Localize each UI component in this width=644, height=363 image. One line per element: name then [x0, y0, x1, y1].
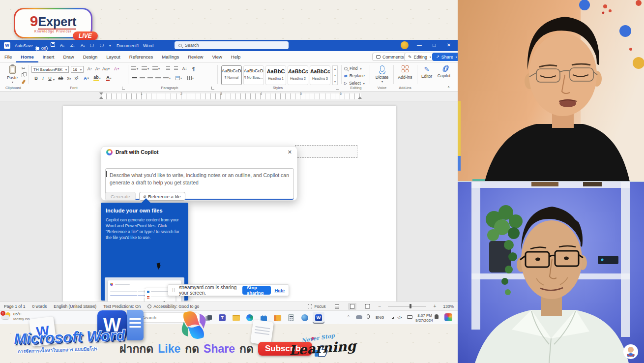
- superscript-button[interactable]: x²: [73, 75, 80, 81]
- decrease-indent-icon[interactable]: [164, 65, 172, 72]
- content-placeholder-box[interactable]: [295, 145, 357, 158]
- calculator-icon[interactable]: [285, 312, 297, 324]
- tab-references[interactable]: References: [125, 52, 158, 62]
- tab-help[interactable]: Help: [227, 52, 245, 62]
- minimize-button[interactable]: —: [414, 42, 425, 48]
- tab-design[interactable]: Design: [79, 52, 102, 62]
- comments-button[interactable]: Comments: [372, 53, 408, 61]
- bold-button[interactable]: B: [32, 75, 40, 81]
- zoom-in-button[interactable]: +: [433, 303, 436, 309]
- focus-button[interactable]: Focus: [308, 304, 325, 309]
- copy-icon[interactable]: [20, 72, 27, 78]
- pilcrow-icon[interactable]: ¶: [190, 65, 197, 72]
- editing-mode-button[interactable]: ✎ Editing▾: [404, 53, 435, 61]
- ruler[interactable]: 1 2 3 4 5 6: [0, 91, 458, 101]
- notification-bell-icon[interactable]: [435, 314, 439, 319]
- grow-font-icon[interactable]: A˄: [86, 65, 93, 72]
- font-size-select[interactable]: 16▾: [71, 66, 84, 73]
- style-normal[interactable]: AaBbCcDc ¶ Normal: [221, 65, 242, 85]
- align-center-icon[interactable]: [139, 75, 146, 81]
- indent-marker-first-line[interactable]: [99, 92, 103, 95]
- clock[interactable]: 8:07 PM 9/27/2024: [415, 313, 432, 323]
- office-files-icon[interactable]: [271, 312, 283, 324]
- tab-review[interactable]: Review: [183, 52, 207, 62]
- word-taskbar-icon[interactable]: W: [313, 312, 324, 324]
- subscript-button[interactable]: x₂: [65, 75, 73, 81]
- indent-marker-right[interactable]: [358, 96, 362, 99]
- shrink-font-icon[interactable]: A˅: [94, 65, 101, 72]
- tab-view[interactable]: View: [207, 52, 226, 62]
- read-mode-view-button[interactable]: [333, 303, 341, 310]
- sort-ascending-icon[interactable]: A↓: [60, 43, 65, 48]
- web-layout-view-button[interactable]: [363, 303, 372, 310]
- style-no-spacing[interactable]: AaBbCcDc ¶ No Spac...: [243, 65, 264, 85]
- paste-button[interactable]: Paste ▾: [5, 65, 20, 84]
- align-left-icon[interactable]: [131, 75, 138, 81]
- zoom-out-button[interactable]: −: [379, 303, 381, 309]
- autosave-toggle[interactable]: Off: [35, 46, 48, 51]
- font-name-select[interactable]: TH SarabunPSK▾: [31, 66, 69, 73]
- status-words[interactable]: 0 words: [32, 304, 47, 309]
- status-accessibility[interactable]: Accessibility: Good to go: [147, 304, 199, 309]
- generate-button[interactable]: Generate: [105, 192, 136, 201]
- tab-home[interactable]: Home: [16, 52, 38, 62]
- sort-paragraph-icon[interactable]: A↓: [181, 65, 188, 72]
- highlight-icon[interactable]: ab▾: [93, 75, 101, 81]
- style-heading1[interactable]: AaBbC Heading 1: [265, 65, 286, 85]
- dictate-button[interactable]: Dictate ▾: [374, 65, 390, 83]
- underline-dropdown[interactable]: ▾: [53, 78, 55, 81]
- close-button[interactable]: ✕: [443, 42, 454, 48]
- restore-button[interactable]: □: [429, 42, 439, 48]
- search-input[interactable]: Search: [175, 41, 289, 49]
- strikethrough-button[interactable]: ab: [57, 75, 64, 81]
- volume-muted-icon[interactable]: ◁×: [397, 315, 403, 320]
- addins-button[interactable]: Add-ins: [396, 65, 414, 80]
- borders-icon[interactable]: ▾: [187, 75, 194, 81]
- style-heading2[interactable]: AaBbCc Heading 2: [288, 65, 308, 85]
- numbering-icon[interactable]: ▾: [142, 65, 149, 72]
- editor-button[interactable]: ✎ Editor: [420, 65, 434, 79]
- hide-link[interactable]: Hide: [274, 288, 285, 293]
- shading-icon[interactable]: ▾: [175, 75, 182, 81]
- style-heading3[interactable]: AaBbCcl Heading 3: [310, 65, 330, 85]
- status-page[interactable]: Page 1 of 1: [4, 304, 25, 309]
- collapse-ribbon-icon[interactable]: ∧: [447, 85, 450, 89]
- paragraph-dialog-launcher[interactable]: [211, 87, 214, 90]
- tab-draw[interactable]: Draw: [59, 52, 78, 62]
- increase-indent-icon[interactable]: [172, 65, 179, 72]
- multilevel-list-icon[interactable]: ▾: [152, 65, 160, 72]
- underline-button[interactable]: U: [46, 75, 54, 81]
- show-example-button[interactable]: Show example: [137, 289, 172, 298]
- share-button[interactable]: ↗ Share▾: [432, 53, 461, 61]
- stop-sharing-button[interactable]: Stop sharing: [242, 286, 271, 295]
- tab-insert[interactable]: Insert: [38, 52, 59, 62]
- file-explorer-icon[interactable]: [230, 312, 242, 324]
- replace-button[interactable]: ⇄Replace: [344, 73, 365, 78]
- save-icon[interactable]: [51, 42, 55, 48]
- font-dialog-launcher[interactable]: [122, 87, 125, 90]
- zoom-level[interactable]: 130%: [443, 304, 454, 309]
- qat-more-icon[interactable]: ▾: [109, 44, 111, 48]
- styles-dialog-launcher[interactable]: [336, 87, 339, 90]
- format-painter-icon[interactable]: [20, 79, 27, 85]
- clear-formatting-icon[interactable]: A✦: [113, 65, 120, 72]
- battery-icon[interactable]: [407, 315, 412, 319]
- tab-file[interactable]: File: [0, 52, 16, 62]
- tray-color-app-icon[interactable]: [444, 313, 452, 321]
- indent-marker-hanging[interactable]: [99, 96, 103, 99]
- tab-mailings[interactable]: Mailings: [157, 52, 183, 62]
- find-button[interactable]: Find▾: [344, 66, 362, 71]
- status-language[interactable]: English (United States): [54, 304, 96, 309]
- print-layout-view-button[interactable]: [348, 303, 356, 310]
- tray-microphone-icon[interactable]: [367, 314, 370, 319]
- browser-globe-icon[interactable]: [299, 312, 311, 324]
- styles-gallery-scroll[interactable]: ▲▼▼: [332, 65, 338, 85]
- drag-grip-icon[interactable]: ⁞⁞: [172, 288, 176, 293]
- redo-icon[interactable]: [100, 43, 104, 48]
- italic-button[interactable]: I: [39, 75, 47, 81]
- bullets-icon[interactable]: ▾: [131, 65, 138, 72]
- account-avatar[interactable]: [401, 41, 409, 49]
- wifi-icon[interactable]: [388, 315, 394, 319]
- teams-icon[interactable]: T: [216, 312, 228, 324]
- justify-icon[interactable]: [154, 75, 162, 81]
